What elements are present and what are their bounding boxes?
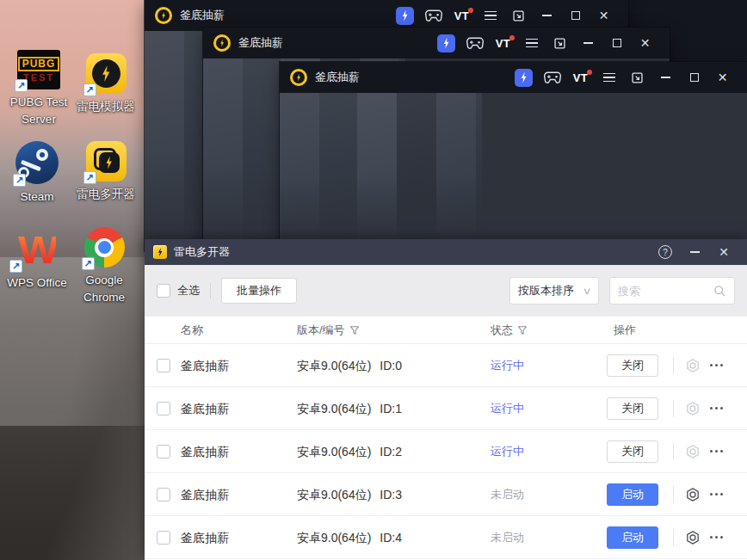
divider bbox=[673, 400, 674, 417]
filter-icon[interactable] bbox=[517, 325, 528, 335]
instance-name: 釜底抽薪 bbox=[181, 516, 229, 559]
select-all-label: 全选 bbox=[177, 283, 200, 298]
shortcut-arrow-icon: ↗ bbox=[13, 174, 26, 187]
desktop-icon-ldplayer[interactable]: ↗ 雷电模拟器 bbox=[69, 53, 143, 115]
pubg-icon-subtext: TEST bbox=[23, 72, 54, 83]
divider bbox=[673, 443, 674, 460]
divider bbox=[673, 357, 674, 374]
boost-icon[interactable] bbox=[509, 62, 538, 93]
boost-icon[interactable] bbox=[432, 28, 460, 58]
maximize-icon[interactable] bbox=[561, 0, 590, 31]
emulator-titlebar[interactable]: 釜底抽薪 VT ✕ bbox=[145, 0, 628, 31]
instance-version: 安卓9.0(64位) bbox=[297, 344, 371, 387]
more-options-icon[interactable] bbox=[710, 407, 723, 409]
desktop-icon-wps-office[interactable]: ↗ WPS Office bbox=[0, 231, 74, 292]
ldplayer-logo-icon bbox=[213, 34, 231, 52]
gamepad-icon[interactable] bbox=[419, 0, 448, 31]
minimize-icon[interactable] bbox=[680, 239, 709, 265]
popout-icon[interactable] bbox=[623, 62, 651, 93]
shortcut-arrow-icon: ↗ bbox=[83, 171, 96, 184]
menu-icon[interactable] bbox=[595, 62, 623, 93]
desktop-screen: PUBG TEST ↗ PUBG TestServer ↗ 雷电模拟器 ↗ St… bbox=[0, 0, 747, 560]
header-action: 操作 bbox=[614, 317, 636, 344]
minimize-icon[interactable] bbox=[651, 62, 680, 93]
instance-version: 安卓9.0(64位) bbox=[297, 387, 371, 430]
instance-status: 未启动 bbox=[491, 473, 524, 516]
close-instance-button[interactable]: 关闭 bbox=[607, 397, 658, 420]
more-options-icon[interactable] bbox=[710, 450, 723, 452]
shortcut-arrow-icon: ↗ bbox=[83, 83, 96, 96]
maximize-icon[interactable] bbox=[680, 62, 708, 93]
instance-id: ID:0 bbox=[380, 344, 402, 387]
minimize-icon[interactable] bbox=[533, 0, 561, 31]
popout-icon[interactable] bbox=[546, 28, 574, 58]
vt-icon[interactable]: VT bbox=[489, 28, 517, 58]
pubg-icon-text: PUBG bbox=[18, 57, 60, 72]
emulator-titlebar[interactable]: 釜底抽薪 VT ✕ bbox=[280, 62, 747, 93]
gamepad-icon[interactable] bbox=[538, 62, 566, 93]
loading-pattern bbox=[280, 93, 482, 246]
instance-version: 安卓9.0(64位) bbox=[297, 473, 371, 516]
close-instance-button[interactable]: 关闭 bbox=[607, 354, 658, 377]
emulator-titlebar[interactable]: 釜底抽薪 VT ✕ bbox=[203, 28, 670, 58]
window-title: 雷电多开器 bbox=[174, 244, 230, 260]
search-input[interactable] bbox=[618, 285, 713, 298]
multiplayer-titlebar[interactable]: 雷电多开器 ? ✕ bbox=[145, 239, 747, 265]
instance-name: 釜底抽薪 bbox=[181, 473, 229, 516]
select-all-checkbox[interactable] bbox=[157, 284, 170, 298]
instance-id: ID:3 bbox=[380, 473, 402, 516]
settings-gear-icon[interactable] bbox=[685, 530, 701, 545]
notification-dot bbox=[509, 35, 515, 40]
close-icon[interactable]: ✕ bbox=[631, 28, 659, 58]
start-instance-button[interactable]: 启动 bbox=[607, 483, 658, 506]
row-checkbox[interactable] bbox=[157, 531, 170, 545]
more-options-icon[interactable] bbox=[710, 536, 723, 538]
vt-icon[interactable]: VT bbox=[448, 0, 476, 31]
help-icon[interactable]: ? bbox=[651, 239, 680, 265]
sort-dropdown[interactable]: 按版本排序 ∨ bbox=[509, 277, 599, 305]
minimize-icon[interactable] bbox=[574, 28, 602, 58]
table-row: 釜底抽薪 安卓9.0(64位)ID:2 运行中 关闭 bbox=[145, 430, 747, 473]
desktop-icon-ld-multiplayer[interactable]: ↗ 雷电多开器 bbox=[69, 141, 143, 203]
row-checkbox[interactable] bbox=[157, 488, 170, 502]
vt-icon[interactable]: VT bbox=[566, 62, 595, 93]
divider bbox=[673, 529, 674, 546]
close-instance-button[interactable]: 关闭 bbox=[607, 440, 658, 463]
desktop-icon-steam[interactable]: ↗ Steam bbox=[0, 141, 74, 206]
boost-icon[interactable] bbox=[391, 0, 419, 31]
icon-label: 雷电模拟器 bbox=[77, 98, 135, 115]
settings-gear-icon[interactable] bbox=[685, 358, 701, 373]
settings-gear-icon[interactable] bbox=[685, 487, 701, 502]
toolbar: 全选 批量操作 按版本排序 ∨ bbox=[145, 265, 747, 317]
popout-icon[interactable] bbox=[504, 0, 533, 31]
instance-id: ID:2 bbox=[380, 430, 402, 473]
desktop-icon-google-chrome[interactable]: ↗ GoogleChrome bbox=[67, 227, 141, 307]
chevron-down-icon: ∨ bbox=[582, 286, 591, 297]
settings-gear-icon[interactable] bbox=[685, 401, 701, 416]
row-checkbox[interactable] bbox=[157, 445, 170, 458]
close-icon[interactable]: ✕ bbox=[590, 0, 618, 31]
settings-gear-icon[interactable] bbox=[685, 444, 701, 459]
menu-icon[interactable] bbox=[517, 28, 546, 58]
header-version: 版本/编号 bbox=[297, 323, 345, 338]
close-icon[interactable]: ✕ bbox=[709, 239, 738, 265]
notification-dot bbox=[468, 8, 473, 13]
icon-label: 雷电多开器 bbox=[77, 186, 135, 203]
filter-icon[interactable] bbox=[349, 325, 360, 335]
menu-icon[interactable] bbox=[476, 0, 504, 31]
maximize-icon[interactable] bbox=[602, 28, 631, 58]
close-icon[interactable]: ✕ bbox=[708, 62, 737, 93]
search-field[interactable] bbox=[609, 277, 735, 305]
row-checkbox[interactable] bbox=[157, 402, 170, 415]
divider bbox=[673, 486, 674, 503]
multiplayer-window: 雷电多开器 ? ✕ 全选 批量操作 按版本排序 ∨ 名称 版本/ bbox=[145, 239, 747, 560]
window-title: 釜底抽薪 bbox=[315, 70, 360, 85]
gamepad-icon[interactable] bbox=[460, 28, 489, 58]
start-instance-button[interactable]: 启动 bbox=[607, 526, 658, 549]
more-options-icon[interactable] bbox=[710, 364, 723, 366]
row-checkbox[interactable] bbox=[157, 359, 170, 372]
icon-label: Google bbox=[83, 272, 125, 289]
more-options-icon[interactable] bbox=[710, 493, 723, 495]
desktop-icon-pubg-test-server[interactable]: PUBG TEST ↗ PUBG TestServer bbox=[2, 50, 76, 129]
batch-operations-button[interactable]: 批量操作 bbox=[221, 278, 297, 304]
